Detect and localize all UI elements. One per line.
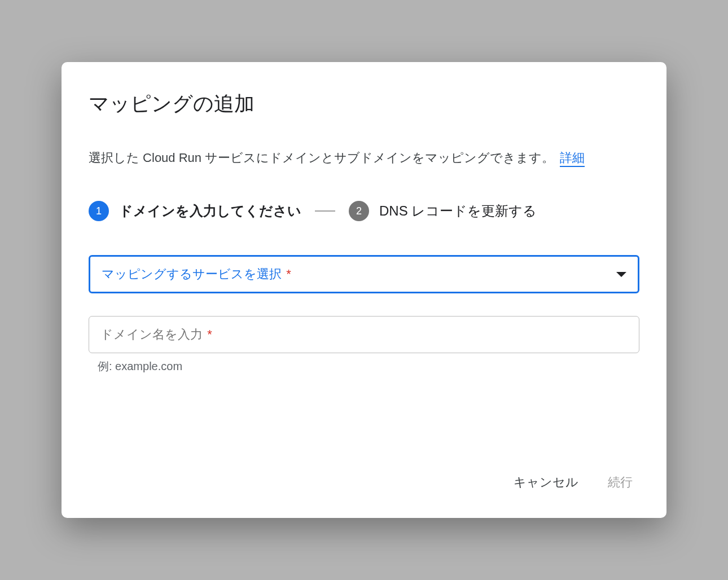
step-2: 2 DNS レコードを更新する xyxy=(349,201,537,221)
required-asterisk: * xyxy=(286,267,291,281)
add-mapping-dialog: マッピングの追加 選択した Cloud Run サービスにドメインとサブドメイン… xyxy=(62,62,666,518)
domain-input-label: ドメイン名を入力 * xyxy=(100,326,212,343)
continue-button[interactable]: 続行 xyxy=(606,469,635,495)
service-select-label: マッピングするサービスを選択 * xyxy=(102,266,291,283)
domain-input-group: ドメイン名を入力 * 例: example.com xyxy=(89,316,639,374)
step-separator xyxy=(315,210,335,212)
stepper: 1 ドメインを入力してください 2 DNS レコードを更新する xyxy=(89,201,639,221)
step-2-circle: 2 xyxy=(349,201,369,221)
domain-input-label-text: ドメイン名を入力 xyxy=(100,327,203,341)
step-2-label: DNS レコードを更新する xyxy=(379,202,537,220)
required-asterisk: * xyxy=(207,327,212,341)
domain-input[interactable]: ドメイン名を入力 * xyxy=(89,316,639,353)
form-body: マッピングするサービスを選択 * ドメイン名を入力 * 例: example.c… xyxy=(89,255,639,374)
step-1-circle: 1 xyxy=(89,201,109,221)
details-link[interactable]: 詳細 xyxy=(560,151,585,167)
dialog-description-text: 選択した Cloud Run サービスにドメインとサブドメインをマッピングできま… xyxy=(89,151,554,165)
step-1-label: ドメインを入力してください xyxy=(119,202,301,220)
dialog-description: 選択した Cloud Run サービスにドメインとサブドメインをマッピングできま… xyxy=(89,148,639,167)
cancel-button[interactable]: キャンセル xyxy=(511,469,581,495)
step-1: 1 ドメインを入力してください xyxy=(89,201,301,221)
chevron-down-icon xyxy=(616,272,626,277)
service-select[interactable]: マッピングするサービスを選択 * xyxy=(89,255,639,293)
domain-input-helper: 例: example.com xyxy=(89,359,639,374)
dialog-title: マッピングの追加 xyxy=(89,90,639,118)
dialog-actions: キャンセル 続行 xyxy=(89,469,639,495)
service-select-label-text: マッピングするサービスを選択 xyxy=(102,267,282,281)
